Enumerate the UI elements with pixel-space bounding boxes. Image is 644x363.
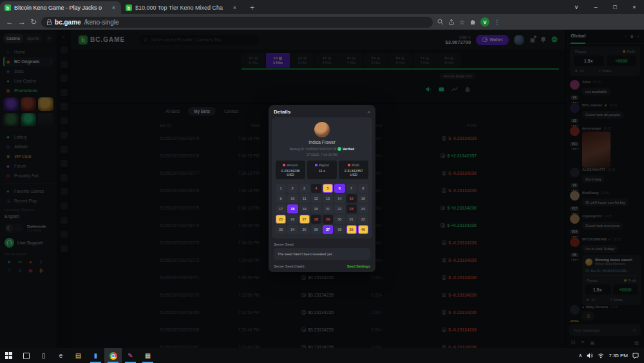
taskbar-app-button[interactable]: ▤ (70, 348, 87, 363)
player-name: Indica Flower (276, 140, 368, 144)
tab-close-icon[interactable]: × (232, 5, 238, 11)
keno-cell: 25 (276, 215, 286, 224)
window-close-button[interactable]: × (625, 0, 644, 14)
taskbar-app-button[interactable]: ▯ (35, 348, 52, 363)
keno-cell: 9 (276, 194, 286, 203)
keno-cell: 32 (358, 215, 368, 224)
taskbar-app-button[interactable]: e (52, 348, 70, 363)
keno-cell: 24 (358, 204, 368, 213)
betting-id: Betting ID: 51055307039703778 (290, 147, 336, 151)
new-tab-button[interactable]: + (242, 3, 262, 14)
extensions-puzzle-icon[interactable] (469, 19, 476, 25)
stat-value: 11 x (308, 169, 336, 173)
verified-label: Verified (343, 147, 354, 151)
search-icon[interactable] (437, 19, 444, 25)
bookmark-star-icon[interactable]: ☆ (459, 19, 465, 26)
keno-cell: 7 (346, 184, 357, 193)
stat-box: Payout 11 x (307, 161, 337, 179)
windows-taskbar: ▯ e ▤ ▮ ✎ ▦ ∧ 7:35 (0, 348, 644, 363)
site-viewport: Casino Sports « ⌂ Home ◉ BC Originals › … (0, 30, 644, 348)
clock[interactable]: 7:35 PM (609, 353, 628, 358)
start-button[interactable] (0, 348, 17, 363)
forward-button[interactable]: → (18, 18, 26, 26)
keno-cell: 26 (287, 215, 298, 224)
keno-cell: 11 (299, 194, 310, 203)
server-seed-label: Server Seed (274, 242, 370, 246)
keno-cell: 13 (323, 194, 333, 203)
keno-cell: 15 (346, 194, 357, 203)
app-icon: e (59, 353, 63, 359)
address-bar[interactable]: bc.game/keno-single (41, 17, 433, 28)
keno-cell: 4 (311, 184, 321, 193)
keno-cell: 38 (334, 225, 345, 234)
stat-icon (348, 164, 350, 166)
browser-profile-avatar[interactable]: V (480, 17, 489, 26)
task-view-button[interactable] (17, 348, 35, 363)
keno-cell: 16 (358, 194, 368, 203)
keno-cell: 40 (358, 225, 368, 234)
volume-icon[interactable] (587, 353, 593, 358)
keno-cell: 30 (334, 215, 345, 224)
action-center-icon[interactable] (632, 353, 639, 358)
modal-title: Details (274, 109, 290, 115)
taskbar-app-button[interactable] (104, 348, 122, 363)
keno-cell: 34 (287, 225, 298, 234)
keno-cell: 5 (323, 184, 333, 193)
window-minimize-button[interactable]: – (586, 0, 605, 14)
keno-cell: 37 (323, 225, 333, 234)
keno-cell: 39 (346, 225, 357, 234)
keno-cell: 6 (334, 184, 345, 193)
stat-value: 0.23134236 USD (277, 169, 304, 177)
keno-cell: 1 (276, 184, 286, 193)
server-seed-hash-label: Server Seed (hash) (274, 264, 305, 268)
keno-cell: 12 (311, 194, 321, 203)
keno-cell: 23 (346, 204, 357, 213)
keno-cell: 35 (299, 225, 310, 234)
app-icon: ▯ (42, 353, 46, 359)
app-icon: ▦ (145, 353, 151, 359)
server-seed-value: The seed hasn't been revealed yet. (274, 248, 370, 260)
keno-cell: 31 (346, 215, 357, 224)
keno-cell: 33 (276, 225, 286, 234)
tab-search-icon[interactable]: ∨ (567, 0, 586, 14)
hidden-icons-chevron[interactable]: ∧ (578, 353, 582, 358)
keno-cell: 28 (311, 215, 321, 224)
bet-datetime: 2/7/2022, 7:34:23 PM (276, 153, 368, 157)
keno-cell: 20 (311, 204, 321, 213)
keno-cell: 8 (358, 184, 368, 193)
keno-cell: 17 (276, 204, 286, 213)
url-path: /keno-single (84, 19, 119, 26)
keno-cell: 29 (323, 215, 333, 224)
verified-shield-icon: ✓ (337, 147, 341, 151)
keno-cell: 3 (299, 184, 310, 193)
stat-icon (283, 164, 285, 166)
keno-cell: 2 (287, 184, 298, 193)
browser-tab[interactable]: b Bitcoin Keno Game - Play Jacks o × (0, 1, 121, 14)
browser-tab[interactable]: b $10,000 Top Tier Keno Mixed Cha × (121, 1, 242, 14)
stat-value: 2.31342357 USD (340, 169, 367, 177)
seed-settings-link[interactable]: Seed Settings (347, 264, 370, 268)
taskbar-app-button[interactable]: ▮ (87, 348, 104, 363)
lock-icon (47, 19, 52, 25)
window-maximize-button[interactable]: □ (605, 0, 625, 14)
modal-close-icon[interactable]: × (367, 109, 370, 115)
share-icon[interactable] (448, 19, 455, 25)
chrome-icon (109, 352, 117, 360)
taskbar-app-button[interactable]: ✎ (122, 348, 139, 363)
reload-button[interactable]: ↻ (30, 18, 37, 26)
keno-cell: 27 (299, 215, 310, 224)
player-avatar (314, 122, 330, 137)
tab-close-icon[interactable]: × (111, 5, 117, 11)
browser-menu-icon[interactable]: ⋮ (494, 19, 500, 26)
network-icon[interactable] (598, 353, 604, 358)
keno-cell: 18 (287, 204, 298, 213)
app-icon: ▤ (75, 353, 81, 359)
keno-cell: 22 (334, 204, 345, 213)
keno-grid: 1234567891011121314151617181920212223242… (276, 184, 368, 234)
app-icon: ▮ (94, 353, 98, 359)
keno-cell: 19 (299, 204, 310, 213)
windows-logo-icon (5, 352, 12, 359)
taskbar-app-button[interactable]: ▦ (139, 348, 156, 363)
keno-cell: 14 (334, 194, 345, 203)
back-button[interactable]: ← (6, 18, 14, 26)
